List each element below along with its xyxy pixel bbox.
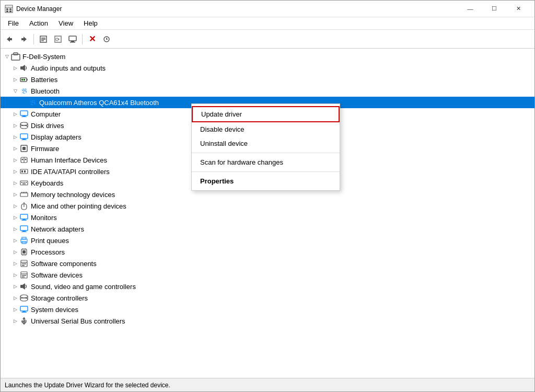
svg-rect-67: [21, 232, 27, 232]
svg-rect-95: [21, 312, 27, 313]
tree-item-mice[interactable]: ▷ Mice and other pointing devices: [1, 200, 534, 212]
ctx-update-driver[interactable]: Update driver: [192, 106, 340, 122]
network-toggle[interactable]: ▷: [11, 225, 19, 233]
svg-rect-31: [20, 111, 28, 116]
menu-action[interactable]: Action: [24, 17, 53, 30]
keyboard-label: Keyboards: [31, 179, 63, 187]
tree-item-usb[interactable]: ▷ Universal Serial Bus controllers: [1, 315, 534, 327]
tree-item-system[interactable]: ▷ System devices: [1, 304, 534, 315]
ctx-uninstall-device-label: Uninstall device: [200, 140, 248, 147]
processors-label: Processors: [31, 248, 65, 256]
hid-toggle[interactable]: ▷: [11, 156, 19, 164]
maximize-button[interactable]: ☐: [482, 1, 506, 17]
menu-help[interactable]: Help: [78, 17, 103, 30]
bluetooth-icon: 𝔅: [19, 86, 29, 96]
toolbar-properties-button[interactable]: [37, 32, 50, 46]
tree-item-batteries[interactable]: ▷ Batteries: [1, 74, 534, 85]
svg-rect-72: [22, 250, 26, 253]
svg-rect-5: [9, 10, 11, 12]
svg-point-37: [20, 125, 28, 129]
tree-item-network[interactable]: ▷ Network adapters: [1, 223, 534, 235]
window-icon: [5, 5, 13, 13]
usb-icon: [19, 316, 29, 326]
svg-rect-17: [71, 41, 74, 42]
close-button[interactable]: ✕: [506, 1, 530, 17]
svg-rect-18: [70, 42, 75, 43]
memory-label: Memory technology devices: [31, 191, 115, 199]
computer-icon: [19, 109, 29, 119]
processors-toggle[interactable]: ▷: [11, 248, 19, 256]
toolbar-remove-button[interactable]: ✕: [85, 32, 99, 46]
root-toggle[interactable]: ▽: [3, 52, 11, 61]
svg-point-89: [20, 295, 28, 298]
tree-item-software-dev[interactable]: ▷ Software devices: [1, 269, 534, 281]
ctx-scan-hardware-label: Scan for hardware changes: [200, 158, 283, 166]
batteries-toggle[interactable]: ▷: [11, 75, 19, 84]
tree-item-audio[interactable]: ▷ Audio inputs and outputs: [1, 62, 534, 74]
keyboard-toggle[interactable]: ▷: [11, 179, 19, 187]
ctx-separator-2: [192, 171, 340, 172]
tree-item-print[interactable]: ▷ Print queues: [1, 235, 534, 246]
ide-toggle[interactable]: ▷: [11, 167, 19, 176]
audio-toggle[interactable]: ▷: [11, 64, 19, 72]
software-dev-toggle[interactable]: ▷: [11, 271, 19, 279]
software-comp-icon: [19, 259, 29, 268]
toolbar-computer-button[interactable]: [66, 32, 79, 46]
bluetooth-label: Bluetooth: [31, 87, 60, 95]
svg-rect-3: [6, 10, 8, 12]
ctx-properties[interactable]: Properties: [192, 174, 340, 188]
minimize-button[interactable]: —: [458, 1, 482, 17]
disk-label: Disk drives: [31, 122, 64, 130]
svg-rect-93: [20, 306, 28, 311]
ctx-disable-device[interactable]: Disable device: [192, 122, 340, 136]
tree-item-software-comp[interactable]: ▷ Software components: [1, 258, 534, 269]
toolbar-scan-button[interactable]: [100, 32, 113, 46]
menu-file[interactable]: File: [3, 17, 24, 30]
tree-item-monitors[interactable]: ▷ Monitors: [1, 212, 534, 223]
hid-icon: [19, 155, 29, 165]
tree-item-processors[interactable]: ▷ Processors: [1, 246, 534, 258]
svg-rect-33: [21, 117, 27, 117]
system-toggle[interactable]: ▷: [11, 305, 19, 314]
disk-toggle[interactable]: ▷: [11, 121, 19, 130]
main-content: ▽ F-Dell-System ▷ Audio inputs and outpu…: [1, 49, 534, 378]
display-toggle[interactable]: ▷: [11, 133, 19, 141]
system-icon: [19, 305, 29, 314]
monitors-label: Monitors: [31, 214, 57, 222]
menu-view[interactable]: View: [53, 17, 78, 30]
svg-point-92: [20, 298, 28, 301]
monitors-toggle[interactable]: ▷: [11, 213, 19, 222]
svg-rect-54: [22, 183, 26, 185]
toolbar-separator-1: [33, 34, 34, 44]
usb-toggle[interactable]: ▷: [11, 317, 19, 325]
computer-toggle[interactable]: ▷: [11, 110, 19, 118]
sound-toggle[interactable]: ▷: [11, 282, 19, 291]
tree-item-storage[interactable]: ▷ Storage controllers: [1, 292, 534, 304]
ctx-scan-hardware[interactable]: Scan for hardware changes: [192, 155, 340, 169]
svg-marker-8: [24, 37, 27, 42]
tree-item-bluetooth[interactable]: ▽ 𝔅 Bluetooth: [1, 85, 534, 97]
tree-item-sound[interactable]: ▷ Sound, video and game controllers: [1, 281, 534, 292]
bluetooth-toggle[interactable]: ▽: [11, 87, 19, 95]
back-button[interactable]: [3, 32, 16, 46]
tree-root[interactable]: ▽ F-Dell-System: [1, 51, 534, 62]
sound-label: Sound, video and game controllers: [31, 283, 136, 291]
software-comp-toggle[interactable]: ▷: [11, 259, 19, 268]
print-toggle[interactable]: ▷: [11, 236, 19, 245]
svg-marker-88: [22, 283, 25, 290]
forward-button[interactable]: [17, 32, 31, 46]
svg-rect-13: [41, 40, 44, 41]
tree-view[interactable]: ▽ F-Dell-System ▷ Audio inputs and outpu…: [1, 49, 534, 378]
ctx-uninstall-device[interactable]: Uninstall device: [192, 136, 340, 151]
ide-icon: [19, 167, 29, 176]
firmware-toggle[interactable]: ▷: [11, 144, 19, 153]
memory-toggle[interactable]: ▷: [11, 190, 19, 199]
toolbar-update-button[interactable]: ⟳: [51, 32, 65, 46]
svg-rect-29: [21, 79, 23, 80]
display-label: Display adapters: [31, 133, 82, 141]
mice-toggle[interactable]: ▷: [11, 202, 19, 210]
storage-toggle[interactable]: ▷: [11, 294, 19, 302]
svg-rect-55: [20, 193, 28, 197]
network-icon: [19, 224, 29, 234]
svg-text:⟳: ⟳: [55, 37, 60, 42]
